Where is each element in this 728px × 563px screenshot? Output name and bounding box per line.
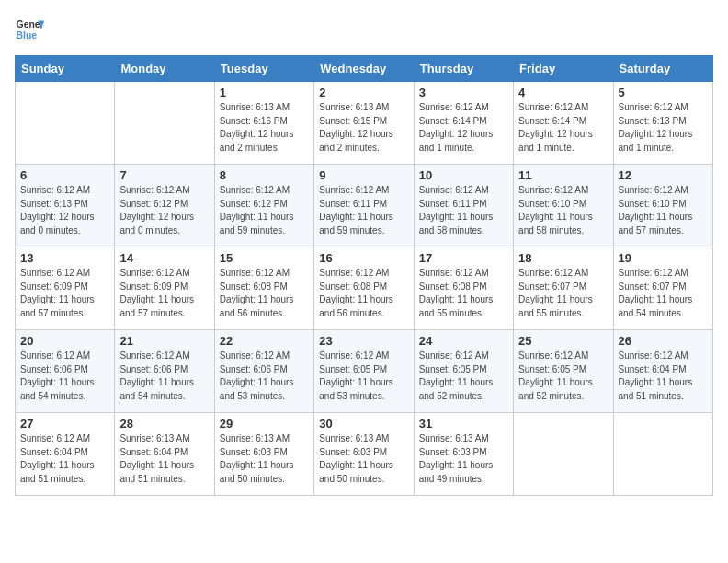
cell-info: Sunrise: 6:12 AM Sunset: 6:13 PM Dayligh… — [20, 184, 109, 237]
cell-info: Sunrise: 6:13 AM Sunset: 6:03 PM Dayligh… — [319, 432, 408, 486]
day-number: 15 — [220, 251, 309, 265]
logo: General Blue — [15, 15, 44, 44]
calendar-cell — [16, 82, 115, 165]
calendar-cell: 3Sunrise: 6:12 AM Sunset: 6:14 PM Daylig… — [414, 82, 513, 165]
calendar-cell — [613, 413, 712, 496]
calendar-cell: 28Sunrise: 6:13 AM Sunset: 6:04 PM Dayli… — [115, 413, 214, 496]
calendar-cell: 19Sunrise: 6:12 AM Sunset: 6:07 PM Dayli… — [613, 247, 712, 330]
cell-info: Sunrise: 6:12 AM Sunset: 6:06 PM Dayligh… — [220, 350, 309, 403]
week-row-4: 20Sunrise: 6:12 AM Sunset: 6:06 PM Dayli… — [16, 330, 713, 413]
cell-info: Sunrise: 6:12 AM Sunset: 6:06 PM Dayligh… — [20, 350, 109, 403]
svg-text:Blue: Blue — [17, 30, 38, 40]
day-number: 11 — [518, 168, 608, 182]
calendar-table: SundayMondayTuesdayWednesdayThursdayFrid… — [15, 55, 713, 496]
day-number: 8 — [220, 168, 309, 182]
cell-info: Sunrise: 6:12 AM Sunset: 6:13 PM Dayligh… — [619, 101, 708, 155]
day-number: 22 — [220, 334, 309, 348]
calendar-cell: 11Sunrise: 6:12 AM Sunset: 6:10 PM Dayli… — [514, 165, 613, 247]
cell-info: Sunrise: 6:12 AM Sunset: 6:05 PM Dayligh… — [518, 350, 608, 403]
calendar-cell: 15Sunrise: 6:12 AM Sunset: 6:08 PM Dayli… — [214, 247, 313, 330]
calendar-cell: 29Sunrise: 6:13 AM Sunset: 6:03 PM Dayli… — [214, 413, 313, 496]
day-number: 9 — [319, 168, 408, 182]
cell-info: Sunrise: 6:12 AM Sunset: 6:10 PM Dayligh… — [518, 184, 608, 237]
header-row: SundayMondayTuesdayWednesdayThursdayFrid… — [16, 56, 713, 82]
cell-info: Sunrise: 6:12 AM Sunset: 6:14 PM Dayligh… — [419, 101, 508, 155]
day-number: 28 — [119, 417, 209, 431]
column-header-tuesday: Tuesday — [214, 56, 313, 82]
day-number: 13 — [20, 251, 109, 265]
calendar-cell: 6Sunrise: 6:12 AM Sunset: 6:13 PM Daylig… — [16, 165, 115, 247]
calendar-cell: 4Sunrise: 6:12 AM Sunset: 6:14 PM Daylig… — [514, 82, 613, 165]
calendar-cell: 18Sunrise: 6:12 AM Sunset: 6:07 PM Dayli… — [514, 247, 613, 330]
day-number: 23 — [319, 334, 408, 348]
calendar-cell: 27Sunrise: 6:12 AM Sunset: 6:04 PM Dayli… — [16, 413, 115, 496]
cell-info: Sunrise: 6:13 AM Sunset: 6:03 PM Dayligh… — [419, 432, 508, 486]
day-number: 17 — [419, 251, 508, 265]
logo-icon: General Blue — [15, 15, 44, 44]
cell-info: Sunrise: 6:13 AM Sunset: 6:04 PM Dayligh… — [119, 432, 209, 486]
day-number: 24 — [419, 334, 508, 348]
day-number: 21 — [119, 334, 209, 348]
column-header-thursday: Thursday — [414, 56, 513, 82]
calendar-cell — [514, 413, 613, 496]
calendar-cell: 17Sunrise: 6:12 AM Sunset: 6:08 PM Dayli… — [414, 247, 513, 330]
week-row-1: 1Sunrise: 6:13 AM Sunset: 6:16 PM Daylig… — [16, 82, 713, 165]
day-number: 31 — [419, 417, 508, 431]
day-number: 25 — [518, 334, 608, 348]
day-number: 29 — [220, 417, 309, 431]
cell-info: Sunrise: 6:12 AM Sunset: 6:05 PM Dayligh… — [319, 350, 408, 403]
day-number: 14 — [119, 251, 209, 265]
cell-info: Sunrise: 6:13 AM Sunset: 6:03 PM Dayligh… — [220, 432, 309, 486]
day-number: 4 — [518, 86, 608, 99]
week-row-3: 13Sunrise: 6:12 AM Sunset: 6:09 PM Dayli… — [16, 247, 713, 330]
day-number: 2 — [319, 86, 408, 99]
day-number: 5 — [619, 86, 708, 99]
cell-info: Sunrise: 6:12 AM Sunset: 6:07 PM Dayligh… — [619, 267, 708, 320]
cell-info: Sunrise: 6:12 AM Sunset: 6:05 PM Dayligh… — [419, 350, 508, 403]
day-number: 6 — [20, 168, 109, 182]
cell-info: Sunrise: 6:13 AM Sunset: 6:16 PM Dayligh… — [220, 101, 309, 155]
day-number: 1 — [220, 86, 309, 99]
cell-info: Sunrise: 6:12 AM Sunset: 6:08 PM Dayligh… — [419, 267, 508, 320]
cell-info: Sunrise: 6:12 AM Sunset: 6:09 PM Dayligh… — [119, 267, 209, 320]
calendar-cell: 14Sunrise: 6:12 AM Sunset: 6:09 PM Dayli… — [115, 247, 214, 330]
cell-info: Sunrise: 6:12 AM Sunset: 6:11 PM Dayligh… — [419, 184, 508, 237]
column-header-friday: Friday — [514, 56, 613, 82]
cell-info: Sunrise: 6:12 AM Sunset: 6:14 PM Dayligh… — [518, 101, 608, 155]
calendar-cell: 1Sunrise: 6:13 AM Sunset: 6:16 PM Daylig… — [214, 82, 313, 165]
cell-info: Sunrise: 6:13 AM Sunset: 6:15 PM Dayligh… — [319, 101, 408, 155]
column-header-monday: Monday — [115, 56, 214, 82]
cell-info: Sunrise: 6:12 AM Sunset: 6:07 PM Dayligh… — [518, 267, 608, 320]
week-row-5: 27Sunrise: 6:12 AM Sunset: 6:04 PM Dayli… — [16, 413, 713, 496]
calendar-cell: 16Sunrise: 6:12 AM Sunset: 6:08 PM Dayli… — [314, 247, 414, 330]
calendar-cell: 24Sunrise: 6:12 AM Sunset: 6:05 PM Dayli… — [414, 330, 513, 413]
day-number: 3 — [419, 86, 508, 99]
cell-info: Sunrise: 6:12 AM Sunset: 6:11 PM Dayligh… — [319, 184, 408, 237]
day-number: 27 — [20, 417, 109, 431]
week-row-2: 6Sunrise: 6:12 AM Sunset: 6:13 PM Daylig… — [16, 165, 713, 247]
calendar-cell — [115, 82, 214, 165]
cell-info: Sunrise: 6:12 AM Sunset: 6:04 PM Dayligh… — [20, 432, 109, 486]
calendar-cell: 2Sunrise: 6:13 AM Sunset: 6:15 PM Daylig… — [314, 82, 414, 165]
column-header-sunday: Sunday — [16, 56, 115, 82]
calendar-cell: 25Sunrise: 6:12 AM Sunset: 6:05 PM Dayli… — [514, 330, 613, 413]
calendar-cell: 13Sunrise: 6:12 AM Sunset: 6:09 PM Dayli… — [16, 247, 115, 330]
day-number: 19 — [619, 251, 708, 265]
calendar-cell: 26Sunrise: 6:12 AM Sunset: 6:04 PM Dayli… — [613, 330, 712, 413]
day-number: 20 — [20, 334, 109, 348]
calendar-cell: 12Sunrise: 6:12 AM Sunset: 6:10 PM Dayli… — [613, 165, 712, 247]
calendar-cell: 7Sunrise: 6:12 AM Sunset: 6:12 PM Daylig… — [115, 165, 214, 247]
calendar-cell: 23Sunrise: 6:12 AM Sunset: 6:05 PM Dayli… — [314, 330, 414, 413]
calendar-cell: 31Sunrise: 6:13 AM Sunset: 6:03 PM Dayli… — [414, 413, 513, 496]
cell-info: Sunrise: 6:12 AM Sunset: 6:10 PM Dayligh… — [619, 184, 708, 237]
cell-info: Sunrise: 6:12 AM Sunset: 6:08 PM Dayligh… — [319, 267, 408, 320]
calendar-cell: 21Sunrise: 6:12 AM Sunset: 6:06 PM Dayli… — [115, 330, 214, 413]
day-number: 18 — [518, 251, 608, 265]
column-header-saturday: Saturday — [613, 56, 712, 82]
column-header-wednesday: Wednesday — [314, 56, 414, 82]
calendar-cell: 5Sunrise: 6:12 AM Sunset: 6:13 PM Daylig… — [613, 82, 712, 165]
calendar-cell: 22Sunrise: 6:12 AM Sunset: 6:06 PM Dayli… — [214, 330, 313, 413]
cell-info: Sunrise: 6:12 AM Sunset: 6:04 PM Dayligh… — [619, 350, 708, 403]
cell-info: Sunrise: 6:12 AM Sunset: 6:08 PM Dayligh… — [220, 267, 309, 320]
day-number: 7 — [119, 168, 209, 182]
